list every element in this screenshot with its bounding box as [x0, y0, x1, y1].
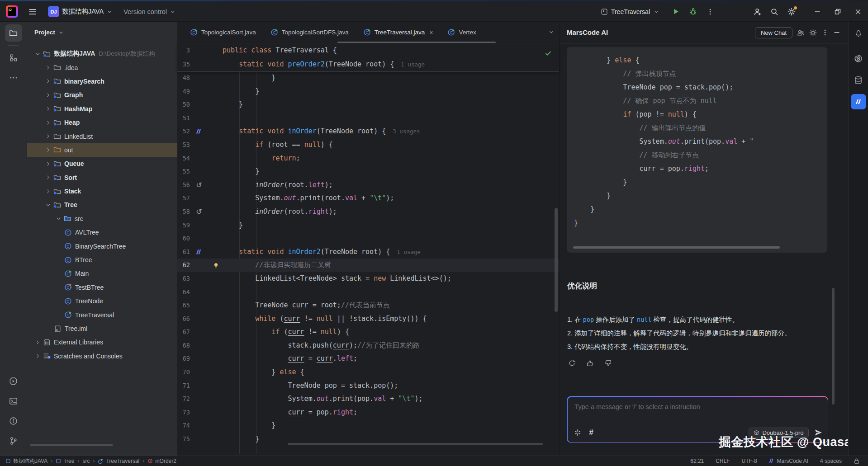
code-line[interactable]: 50 }	[177, 98, 559, 112]
ai-settings-gear-icon[interactable]	[809, 29, 817, 37]
chevron-right-icon[interactable]	[43, 78, 53, 84]
status-crlf[interactable]: CRLF	[716, 458, 730, 464]
chevron-right-icon[interactable]	[43, 65, 53, 71]
status-lock[interactable]	[854, 458, 860, 464]
code-line[interactable]: 74 }	[177, 419, 559, 433]
marscode-icon[interactable]	[851, 94, 866, 109]
tree-item-main[interactable]: CMain	[27, 267, 177, 280]
code-line[interactable]: 54 return;	[177, 152, 559, 165]
chevron-down-icon[interactable]	[43, 202, 53, 208]
new-chat-button[interactable]: New Chat	[755, 27, 792, 38]
ai-minimize-icon[interactable]	[833, 29, 840, 36]
code-line[interactable]: }	[574, 189, 827, 202]
project-folder-icon[interactable]	[5, 24, 22, 42]
code-line[interactable]: 51	[177, 112, 559, 125]
code-line[interactable]: // 移动到右子节点	[574, 148, 827, 162]
code-line[interactable]: 63 LinkedList<TreeNode> stack = new Link…	[177, 272, 559, 286]
code-line[interactable]: } else {	[574, 53, 827, 67]
chevron-right-icon[interactable]	[43, 106, 53, 112]
problems-icon[interactable]	[5, 412, 22, 429]
tabs-overflow-chevron-icon[interactable]	[548, 29, 555, 35]
tree-item-binarysearch[interactable]: binarySearch	[27, 75, 177, 88]
ai-assistant-coil-icon[interactable]	[851, 51, 866, 66]
window-close-button[interactable]	[848, 1, 868, 22]
code-line[interactable]: }	[574, 216, 827, 230]
code-line[interactable]: 73 curr = pop.right;	[177, 406, 559, 419]
code-line[interactable]: 61 static void inOrder2(TreeNode root) {…	[177, 245, 559, 259]
code-line[interactable]: 56↺ inOrder(root.left);	[177, 179, 559, 192]
code-line[interactable]: 53 if (root == null) {	[177, 138, 559, 152]
chevron-right-icon[interactable]	[43, 120, 53, 126]
tree-item--java[interactable]: 数据结构JAVAD:\Desktop\数据结构	[27, 47, 177, 61]
breadcrumb-item[interactable]: Tree	[56, 458, 74, 464]
status-4-spaces[interactable]: 4 spaces	[820, 458, 842, 464]
tab-vertex[interactable]: CVertex	[440, 22, 483, 43]
status-utf-8[interactable]: UTF-8	[742, 458, 757, 464]
code-line[interactable]: // 弹出栈顶节点	[574, 67, 827, 80]
version-control-widget[interactable]: Version control	[123, 8, 176, 15]
code-line[interactable]: 55 }	[177, 165, 559, 179]
breadcrumb-item[interactable]: src	[82, 458, 90, 464]
code-line[interactable]: if (pop != null) {	[574, 108, 827, 121]
tree-item-binarysearchtree[interactable]: CBinarySearchTree	[27, 239, 177, 253]
code-line[interactable]: }	[574, 202, 827, 216]
code-line[interactable]: 49 }	[177, 85, 559, 99]
tree-item-stack[interactable]: Stack	[27, 184, 177, 198]
tree-item-treenode[interactable]: CTreeNode	[27, 294, 177, 308]
breadcrumb-item[interactable]: TreeTraversal	[98, 458, 139, 464]
database-icon[interactable]	[851, 72, 866, 88]
code-line[interactable]: // 确保 pop 节点不为 null	[574, 94, 827, 108]
tree-item-hashmap[interactable]: HashMap	[27, 102, 177, 116]
people-icon[interactable]	[797, 29, 805, 37]
chevron-right-icon[interactable]	[43, 188, 53, 194]
debug-button[interactable]	[686, 5, 700, 19]
window-minimize-button[interactable]	[807, 1, 827, 22]
tab-close-icon[interactable]: ×	[429, 29, 433, 36]
terminal-icon[interactable]	[5, 392, 22, 410]
tree-item-.idea[interactable]: .idea	[27, 61, 177, 74]
chevron-right-icon[interactable]	[43, 133, 53, 139]
structure-icon[interactable]	[5, 49, 22, 66]
tab-topologicalsort-java[interactable]: CTopologicalSort.java	[183, 22, 263, 43]
ai-panel-scrollbar[interactable]	[832, 288, 835, 405]
tree-item-scratches-and-consoles[interactable]: Scratches and Consoles	[27, 349, 177, 363]
main-menu-hamburger-icon[interactable]	[28, 7, 37, 16]
code-line[interactable]: 70 } else {	[177, 366, 559, 379]
code-line[interactable]: 48 }	[177, 71, 559, 85]
tree-item-queue[interactable]: Queue	[27, 157, 177, 170]
run-widget-icon[interactable]	[5, 372, 22, 390]
code-line[interactable]: 64	[177, 286, 559, 299]
code-line[interactable]: 35 static void preOrder2(TreeNode root) …	[177, 57, 559, 71]
code-line[interactable]: 69 curr = curr.left;	[177, 352, 559, 366]
code-line[interactable]: 71 TreeNode pop = stack.pop();	[177, 379, 559, 393]
code-line[interactable]: 52 static void inOrder(TreeNode root) { …	[177, 125, 559, 138]
chevron-right-icon[interactable]	[43, 161, 53, 167]
tree-item-out[interactable]: out	[27, 143, 177, 157]
sparkle-icon[interactable]	[574, 429, 581, 436]
code-line[interactable]: TreeNode pop = stack.pop();	[574, 80, 827, 94]
tree-item-graph[interactable]: Graph	[27, 88, 177, 102]
tree-item-avltree[interactable]: CAVLTree	[27, 226, 177, 239]
chevron-right-icon[interactable]	[43, 92, 53, 98]
code-line[interactable]: curr = pop.right;	[574, 162, 827, 175]
search-everywhere-icon[interactable]	[767, 5, 782, 19]
run-button[interactable]	[669, 5, 683, 19]
tab-topologicalsortdfs-java[interactable]: CTopologicalSortDFS.java	[263, 22, 356, 43]
code-line[interactable]: 65 TreeNode curr = root;//代表当前节点	[177, 299, 559, 312]
code-line[interactable]: 57 System.out.print(root.val + "\t");	[177, 192, 559, 205]
tree-item-treetraversal[interactable]: CTreeTraversal	[27, 308, 177, 321]
breadcrumb-item[interactable]: 数据结构JAVA	[5, 457, 47, 465]
code-line[interactable]: 60	[177, 232, 559, 245]
window-restore-button[interactable]	[827, 1, 848, 22]
code-line[interactable]: 68 stack.push(curr);//为了记住回来的路	[177, 339, 559, 353]
chevron-down-icon[interactable]	[33, 51, 43, 57]
code-line[interactable]: 62 //非递归实现遍历二叉树	[177, 259, 559, 272]
run-configuration[interactable]: TreeTraversal	[601, 8, 659, 15]
code-line[interactable]: 59 }	[177, 219, 559, 232]
version-control-icon[interactable]	[5, 432, 22, 449]
status-marscode-ai[interactable]: MarsCode AI	[769, 458, 808, 464]
chevron-down-icon[interactable]	[53, 216, 63, 221]
notifications-bell-icon[interactable]	[851, 25, 866, 41]
tree-item-linkedlist[interactable]: LinkedList	[27, 129, 177, 143]
chevron-right-icon[interactable]	[43, 174, 53, 180]
